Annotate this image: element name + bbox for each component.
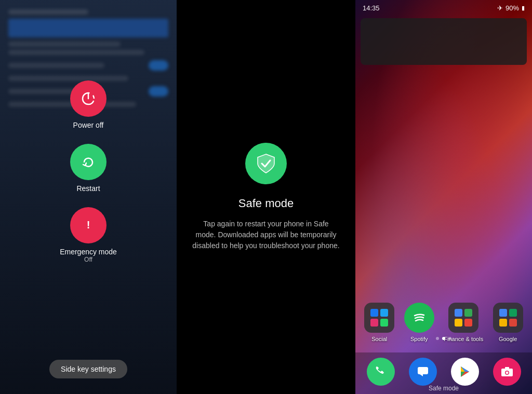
camera-lens-icon <box>500 364 514 379</box>
emergency-mode-button[interactable]: ! Emergency mode Off <box>60 207 117 263</box>
restart-icon <box>80 154 97 170</box>
phone-icon-circle <box>367 358 395 386</box>
emergency-icon-circle: ! <box>70 207 107 243</box>
power-off-button[interactable]: Power off <box>70 80 107 129</box>
emergency-mode-sublabel: Off <box>84 256 92 263</box>
svg-rect-3 <box>370 309 378 317</box>
safe-mode-icon <box>245 143 287 184</box>
power-menu-panel: Power off Restart ! Emergency mode Off S… <box>0 0 177 394</box>
dock-play-store[interactable] <box>451 358 479 386</box>
safe-mode-panel: Safe mode Tap again to restart your phon… <box>177 0 355 394</box>
svg-rect-6 <box>380 319 388 327</box>
svg-point-25 <box>506 372 508 374</box>
power-off-icon-circle <box>70 80 107 117</box>
dock-camera[interactable] <box>493 358 521 386</box>
svg-rect-11 <box>464 319 472 327</box>
google-folder-icon <box>493 303 523 333</box>
app-item-google[interactable]: Google <box>493 303 523 342</box>
dock-messages[interactable] <box>409 358 437 386</box>
svg-marker-17 <box>420 374 423 376</box>
spotify-logo-icon <box>410 309 428 327</box>
svg-rect-13 <box>509 309 517 317</box>
svg-rect-23 <box>505 367 509 369</box>
dot-3 <box>448 337 451 340</box>
finance-folder-grid-icon <box>452 306 475 329</box>
dot-2-active <box>442 337 445 340</box>
play-store-icon-circle <box>451 358 479 386</box>
page-indicator <box>355 337 532 340</box>
battery-percentage: 90% <box>506 4 519 12</box>
app-grid: Social Spotify <box>355 303 532 342</box>
power-off-label: Power off <box>73 121 104 129</box>
messages-icon-circle <box>409 358 437 386</box>
svg-rect-5 <box>370 319 378 327</box>
svg-rect-9 <box>464 309 472 317</box>
status-bar: 14:35 ✈ 90% ▮ <box>355 0 532 16</box>
svg-rect-14 <box>499 319 507 327</box>
svg-text:!: ! <box>87 219 90 230</box>
restart-label: Restart <box>76 184 100 193</box>
finance-folder-icon <box>448 303 478 333</box>
chat-bubble-icon <box>416 364 430 379</box>
phone-homescreen: 14:35 ✈ 90% ▮ Social <box>355 0 532 394</box>
social-folder-icon <box>364 303 394 333</box>
restart-button[interactable]: Restart <box>70 144 107 193</box>
safe-mode-bottom-label: Safe mode <box>355 385 532 392</box>
emergency-mode-label: Emergency mode <box>60 248 117 256</box>
status-bar-right: ✈ 90% ▮ <box>497 4 525 12</box>
play-store-icon <box>458 364 472 379</box>
emergency-icon: ! <box>80 217 97 234</box>
camera-icon-circle <box>493 358 521 386</box>
airplane-icon: ✈ <box>497 4 503 12</box>
spotify-icon <box>404 303 434 333</box>
svg-rect-15 <box>509 319 517 327</box>
svg-rect-10 <box>455 319 462 327</box>
power-menu: Power off Restart ! Emergency mode Off <box>0 80 177 278</box>
app-item-social[interactable]: Social <box>364 303 394 342</box>
dot-1 <box>436 337 439 340</box>
power-off-icon <box>80 90 97 107</box>
status-time: 14:35 <box>363 4 380 12</box>
app-item-finance[interactable]: Finance & tools <box>444 303 483 342</box>
social-folder-grid-icon <box>368 306 391 329</box>
shield-check-icon <box>255 152 277 175</box>
restart-icon-circle <box>70 144 107 180</box>
side-key-settings-button[interactable]: Side key settings <box>49 360 127 378</box>
svg-rect-4 <box>380 309 388 317</box>
dock-phone[interactable] <box>367 358 395 386</box>
google-folder-grid-icon <box>497 306 520 329</box>
phone-call-icon <box>374 364 388 379</box>
safe-mode-description: Tap again to restart your phone in Safe … <box>177 219 355 251</box>
app-item-spotify[interactable]: Spotify <box>404 303 434 342</box>
battery-icon: ▮ <box>522 5 525 11</box>
svg-rect-8 <box>455 309 462 317</box>
safe-mode-title: Safe mode <box>238 197 294 210</box>
svg-rect-16 <box>418 367 428 374</box>
svg-rect-12 <box>499 309 507 317</box>
notification-bar <box>361 18 527 65</box>
